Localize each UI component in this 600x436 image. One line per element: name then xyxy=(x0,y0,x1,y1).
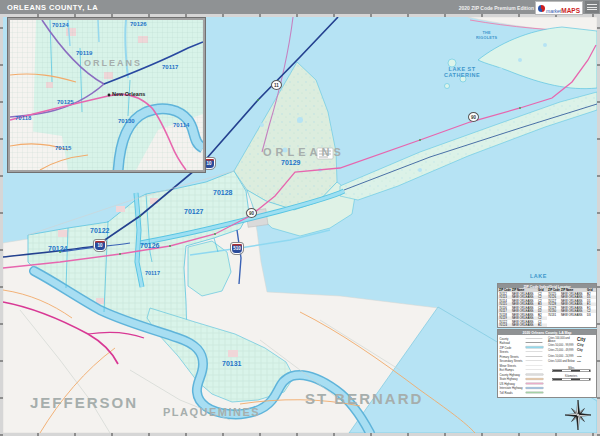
scale-bar-kilometers: Kilometers xyxy=(548,375,595,381)
edition-label: 2020 ZIP Code Premium Edition xyxy=(459,5,534,11)
brand-logo: marketMAPS xyxy=(535,1,583,15)
zip-table-right-column: ZIP CodeZIP NameGrid70125NEW ORLEANSB270… xyxy=(547,289,596,328)
zip-label-70118: 70118 xyxy=(15,115,31,122)
logo-globe-icon xyxy=(538,5,545,12)
inset-map-new-orleans: 7012470119701267011770125701187013070114… xyxy=(8,18,205,172)
compass-rose-icon xyxy=(560,396,596,434)
zip-label-70124: 70124 xyxy=(52,22,69,29)
zip-label-70125: 70125 xyxy=(57,99,74,106)
map-title: ORLEANS COUNTY, LA xyxy=(7,3,98,12)
zip-label-70130: 70130 xyxy=(118,118,135,125)
map-document: ORLEANS COUNTY, LA 2020 ZIP Code Premium… xyxy=(0,0,600,436)
inset-county-label-orleans: ORLEANS xyxy=(84,58,142,68)
legend-city-class: Cities 5,000 and BelowCity xyxy=(548,358,595,364)
zip-label-70115: 70115 xyxy=(55,145,71,152)
zip-label-70117: 70117 xyxy=(162,64,178,71)
legend-cities-column: Cities 100,000 and AboveCityCities 50,00… xyxy=(546,336,595,395)
map-legend: 2020 Orleans County, LA Map CountyRailro… xyxy=(497,329,597,398)
title-bar: ORLEANS COUNTY, LA 2020 ZIP Code Premium… xyxy=(0,0,600,14)
legend-item: Toll Roads xyxy=(500,390,547,395)
logo-sidebox xyxy=(585,1,599,13)
zip-label-70126: 70126 xyxy=(130,21,147,28)
us-highway-shield-11: 11 xyxy=(271,80,282,90)
logo-market-text: market xyxy=(546,8,561,14)
zip-table-row: 70124NEW ORLEANSB1 xyxy=(498,324,547,328)
us-highway-shield-90: 90 xyxy=(246,208,257,218)
zip-table-row: 70131NEW ORLEANSD3 xyxy=(547,313,596,317)
zip-label-70114: 70114 xyxy=(173,122,189,129)
logo-maps-text: MAPS xyxy=(561,7,580,14)
legend-symbols-column: CountyRailroadZIP CodeStreetsPrimary Str… xyxy=(500,336,547,395)
us-highway-shield-90: 90 xyxy=(468,112,479,122)
scale-bar-miles: Miles xyxy=(548,366,595,372)
zip-table-left-column: ZIP CodeZIP NameGrid70112NEW ORLEANSC270… xyxy=(498,289,547,328)
zip-label-70119: 70119 xyxy=(76,50,92,57)
inset-city-label-new-orleans: New Orleans xyxy=(112,91,145,97)
interstate-shield-10: 10 xyxy=(94,240,106,251)
interstate-shield-510: 510 xyxy=(231,243,243,254)
inset-labels-layer: 7012470119701267011770125701187013070114… xyxy=(10,20,203,170)
zip-code-table: ZIP Code Index/Grid Locator ZIP CodeZIP … xyxy=(497,283,597,328)
